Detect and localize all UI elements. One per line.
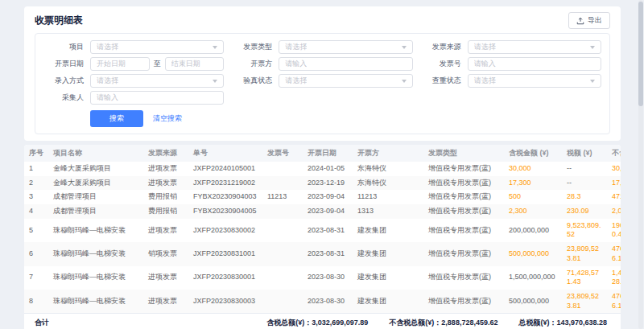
placeholder-text: 请选择 [97, 42, 118, 52]
cell-date: 2023-08-31 [303, 242, 353, 265]
cell-source: 费用报销 [143, 204, 188, 219]
cell-type: 增值税专用发票(蓝) [423, 266, 504, 290]
cell-amount_incl: 1,500,000,000 [504, 266, 562, 290]
cell-order_no: JXFP20230830003 [188, 290, 262, 313]
cell-issuer: 建发集团 [353, 290, 423, 313]
cell-no: 7 [24, 266, 48, 290]
cell-order_no: JXFP20230830002 [188, 219, 262, 242]
date-range-picker: 开始日期至结束日期 [90, 57, 224, 71]
summary-tax-total-value: 143,970,638.28 [556, 319, 607, 327]
invoice-type-select[interactable]: 请选择 [279, 40, 412, 54]
chevron-down-icon [590, 46, 595, 49]
summary-amount-incl: 含税总额(¥)：3,032,699,097.89 [266, 318, 368, 328]
export-icon [576, 17, 584, 25]
filter-field-dup-check-status: 查重状态请选择 [421, 74, 601, 88]
column-header: 发票号 [262, 145, 303, 162]
cell-tax: 23,809,523.81 [562, 290, 607, 313]
table-row[interactable]: 3成都管理项目费用报销FYBX20230904003112132023-09-0… [24, 190, 621, 204]
page-scrollbar[interactable] [638, 0, 643, 329]
chevron-down-icon [590, 80, 595, 83]
cell-tax: 23,809,523.81 [562, 242, 607, 265]
cell-source: 进项发票 [143, 219, 188, 242]
cell-order_no: JXFP20240105001 [188, 162, 262, 176]
page-title: 收票明细表 [35, 14, 83, 27]
cell-invoice_no: 11213 [262, 190, 303, 204]
cell-source: 进项发票 [143, 290, 188, 313]
column-header: 开票方 [353, 145, 423, 162]
placeholder-text: 请输入 [474, 59, 496, 69]
filter-label: 发票来源 [421, 42, 461, 52]
cell-project: 珠穆朗玛峰—电梯安装 [48, 290, 143, 313]
entry-method-select[interactable]: 请选择 [90, 74, 224, 88]
summary-amount-incl-label: 含税总额(¥)： [266, 319, 312, 327]
export-button[interactable]: 导出 [568, 12, 610, 29]
table-row[interactable]: 4成都管理项目费用报销FYBX202309040052023-09-041313… [24, 204, 621, 219]
table-row[interactable]: 8珠穆朗玛峰—电梯安装进项发票JXFP202308300032023-08-30… [24, 290, 621, 313]
cell-type: 增值税专用发票(蓝) [423, 219, 504, 242]
cell-amount_incl: 200,000,000 [504, 219, 562, 242]
cell-no: 3 [24, 190, 48, 204]
cell-type: 增值税专用发票(蓝) [423, 190, 504, 204]
cell-date: 2023-09-04 [303, 190, 353, 204]
summary-amount-incl-value: 3,032,699,097.89 [312, 319, 368, 327]
filter-label: 查重状态 [421, 76, 461, 86]
cell-amount_incl: 500 [504, 190, 562, 204]
cell-no: 1 [24, 162, 48, 176]
cell-amount_excl: 17,300 [607, 176, 621, 191]
chevron-down-icon [402, 80, 407, 83]
table-row[interactable]: 5珠穆朗玛峰—电梯安装进项发票JXFP202308300022023-08-31… [24, 219, 621, 242]
summary-amount-excl: 不含税总额(¥)：2,888,728,459.62 [389, 318, 497, 328]
filter-grid: 项目请选择发票类型请选择发票来源请选择开票日期开始日期至结束日期开票方请输入发票… [43, 40, 601, 105]
verify-status-select[interactable]: 请选择 [279, 74, 412, 88]
cell-type: 增值税专用发票(蓝) [423, 290, 504, 313]
cell-source: 销项发票 [143, 242, 188, 265]
filter-label: 采集人 [43, 93, 84, 103]
table-row[interactable]: 6珠穆朗玛峰—电梯安装销项发票JXFP202308310012023-08-31… [24, 242, 621, 265]
filter-label: 开票方 [232, 59, 272, 69]
filter-field-invoice-type: 发票类型请选择 [232, 40, 412, 54]
cell-amount_incl: 17,300 [504, 176, 562, 191]
table-row[interactable]: 1金峰大厦采购项目进项发票JXFP202401050012024-01-05东海… [24, 162, 621, 176]
clear-search-button[interactable]: 清空搜索 [153, 113, 182, 124]
cell-order_no: JXFP20230831001 [188, 242, 262, 265]
invoice-date-end-input[interactable]: 结束日期 [165, 57, 225, 71]
collector-input[interactable]: 请输入 [90, 91, 224, 105]
dup-check-status-select[interactable]: 请选择 [468, 74, 601, 88]
table-header-row: 序号项目名称发票来源单号发票号开票日期开票方发票类型含税金额 (¥)税额 (¥)… [24, 145, 621, 162]
cell-tax: 9,523,809.52 [562, 219, 607, 242]
column-header: 含税金额 (¥) [504, 145, 562, 162]
invoice-table: 序号项目名称发票来源单号发票号开票日期开票方发票类型含税金额 (¥)税额 (¥)… [24, 145, 621, 313]
cell-order_no: FYBX20230904005 [188, 204, 262, 219]
page-scrollbar-thumb[interactable] [638, 2, 643, 106]
title-row: 收票明细表 导出 [35, 12, 610, 29]
cell-amount_excl: 476,190,476.19 [607, 290, 621, 313]
cell-tax: 230.09 [562, 204, 607, 219]
column-header: 不含税金额 (¥) [607, 145, 621, 162]
export-label: 导出 [588, 15, 602, 26]
invoice-date-start-input[interactable]: 开始日期 [90, 57, 150, 71]
search-button[interactable]: 搜索 [90, 110, 143, 127]
cell-project: 金峰大厦采购项目 [48, 176, 143, 191]
cell-no: 8 [24, 290, 48, 313]
table-row[interactable]: 2金峰大厦采购项目进项发票JXFP202312190022023-12-19东海… [24, 176, 621, 191]
filter-field-issuer: 开票方请输入 [232, 57, 412, 71]
summary-label: 合计 [35, 318, 49, 328]
invoice-no-input[interactable]: 请输入 [468, 57, 601, 71]
table-row[interactable]: 7珠穆朗玛峰—电梯安装进项发票JXFP202308300012023-08-30… [24, 266, 621, 290]
cell-date: 2023-12-19 [303, 176, 353, 191]
cell-type: 增值税专用发票(蓝) [423, 162, 504, 176]
column-header: 发票类型 [423, 145, 504, 162]
cell-no: 4 [24, 204, 48, 219]
table-body: 1金峰大厦采购项目进项发票JXFP202401050012024-01-05东海… [24, 162, 621, 313]
column-header: 序号 [24, 145, 48, 162]
filter-panel: 项目请选择发票类型请选择发票来源请选择开票日期开始日期至结束日期开票方请输入发票… [35, 33, 610, 134]
table-wrap: 序号项目名称发票来源单号发票号开票日期开票方发票类型含税金额 (¥)税额 (¥)… [24, 145, 621, 313]
filter-label: 发票号 [421, 59, 461, 69]
invoice-source-select[interactable]: 请选择 [468, 40, 601, 54]
cell-project: 成都管理项目 [48, 204, 143, 219]
issuer-input[interactable]: 请输入 [279, 57, 412, 71]
cell-no: 6 [24, 242, 48, 265]
cell-project: 金峰大厦采购项目 [48, 162, 143, 176]
project-select[interactable]: 请选择 [90, 40, 224, 54]
cell-issuer: 建发集团 [353, 242, 423, 265]
